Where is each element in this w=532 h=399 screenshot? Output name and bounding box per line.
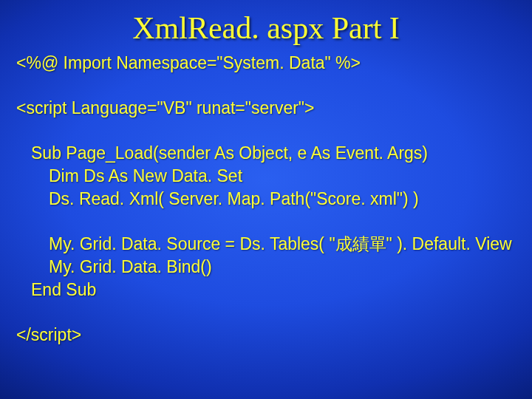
slide-body: <%@ Import Namespace="System. Data" %> <… <box>0 46 532 347</box>
slide-title: XmlRead. aspx Part I <box>0 0 532 46</box>
code-line: </script> <box>16 324 516 347</box>
blank-line <box>16 120 516 142</box>
code-line: <script Language="VB" runat="server"> <box>16 97 516 120</box>
code-line: My. Grid. Data. Source = Ds. Tables( "成績… <box>16 233 516 256</box>
code-line: Sub Page_Load(sender As Object, e As Eve… <box>16 142 516 165</box>
blank-line <box>16 75 516 97</box>
blank-line <box>16 211 516 233</box>
code-line: <%@ Import Namespace="System. Data" %> <box>16 52 516 75</box>
code-line: My. Grid. Data. Bind() <box>16 256 516 279</box>
slide: XmlRead. aspx Part I <%@ Import Namespac… <box>0 0 532 399</box>
code-line: Ds. Read. Xml( Server. Map. Path("Score.… <box>16 188 516 211</box>
code-line: Dim Ds As New Data. Set <box>16 165 516 188</box>
code-line: End Sub <box>16 279 516 301</box>
blank-line <box>16 301 516 324</box>
